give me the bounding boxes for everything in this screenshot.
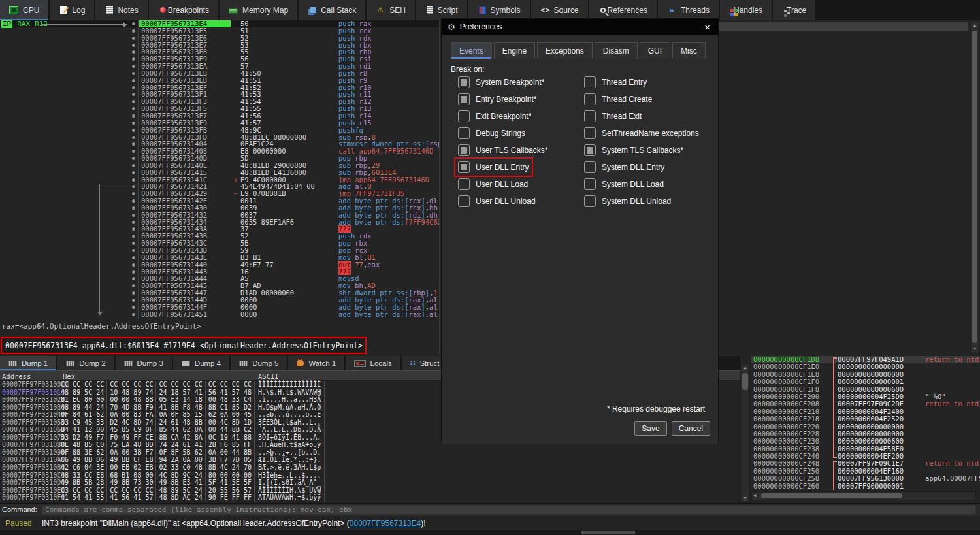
checkbox-row-debug-strings[interactable]: Debug Strings <box>458 127 525 139</box>
disasm-row[interactable]: 00007FF956731444A5movsd <box>0 275 439 282</box>
checkbox[interactable] <box>584 76 596 88</box>
disasm-row[interactable]: 00007FF95673142E0011add byte ptr ds:[rcx… <box>0 197 439 204</box>
disasm-row[interactable]: 00007FF95673140E48:81ED 29000000sub rbp,… <box>0 162 439 169</box>
disasm-row[interactable]: 00007FF956731429−E9 070B001Bjmp 7FF97173… <box>0 190 439 197</box>
disasm-row[interactable]: 00007FF9567314040FAE1C24stmxcsr dword pt… <box>0 140 439 148</box>
disasm-row[interactable]: 00007FF95673143D59pop rcx <box>0 247 439 254</box>
scroll-left-arrow[interactable]: ◀ <box>753 492 760 500</box>
disasm-row[interactable]: 00007FF9567313E753push rbx <box>0 42 439 49</box>
stack-row[interactable]: 00000000000CF1F00000000000000001 <box>751 378 980 385</box>
prefs-tab-engine[interactable]: Engine <box>494 42 535 59</box>
checkbox[interactable] <box>584 195 596 207</box>
prefs-tab-gui[interactable]: GUI <box>640 42 670 59</box>
prefs-tab-misc[interactable]: Misc <box>672 42 706 59</box>
tab-dump-1[interactable]: Dump 1 <box>0 356 56 370</box>
tab-references[interactable]: References <box>589 0 657 20</box>
close-icon[interactable]: × <box>702 22 712 33</box>
disasm-row[interactable]: 00007FF95673144D0000add byte ptr ds:[rax… <box>0 297 439 304</box>
tab-source[interactable]: <>Source <box>531 0 588 20</box>
disasm-row[interactable]: 00007FF9567313EB41:50push r8 <box>0 70 439 77</box>
dump-row[interactable]: 00007FF97F0310D049 8B 5B 2849 8B 73 3049… <box>0 479 740 487</box>
tab-symbols[interactable]: Symbols <box>468 0 530 20</box>
checkbox[interactable] <box>584 178 596 190</box>
checkbox-row-user-dll-load[interactable]: User DLL Load <box>458 178 528 190</box>
checkbox-row-entry-breakpoint[interactable]: Entry Breakpoint* <box>458 93 536 105</box>
disasm-row[interactable]: 00007FF9567313ED41:51push r9 <box>0 77 439 84</box>
scroll-down-arrow[interactable]: ▼ <box>741 494 749 502</box>
scrollbar-thumb[interactable] <box>742 373 748 390</box>
tab-notes[interactable]: Notes <box>95 0 147 20</box>
checkbox-row-system-tls-callbacks[interactable]: System TLS Callbacks* <box>584 144 683 156</box>
save-button[interactable]: Save <box>634 421 666 436</box>
tab-dump-5[interactable]: Dump 5 <box>231 356 287 370</box>
disasm-row[interactable]: 00007FF9567313EF41:52push r10 <box>0 84 439 91</box>
disasm-row[interactable]: 00007FF956731445B7 ADmov bh,AD <box>0 282 439 289</box>
disasm-row[interactable]: 00007FF95673143C5Bpop rbx <box>0 240 439 247</box>
command-input[interactable] <box>42 505 976 515</box>
checkbox[interactable] <box>458 161 470 173</box>
disasm-row[interactable]: 00007FF956731421454E49474D41:04 00add al… <box>0 183 439 190</box>
disasm-row[interactable]: 00007FF9567313F741:56push r14 <box>0 112 439 120</box>
disasm-row[interactable]: 00007FF9567313E652push rdx <box>0 35 439 42</box>
checkbox[interactable] <box>584 144 596 156</box>
registers-scrollbar[interactable]: ▲ ▼ <box>970 21 979 353</box>
disasm-row[interactable]: 00007FF9567313FD48:81EC 08000000sub rsp,… <box>0 134 439 141</box>
disasm-row[interactable]: 00007FF9567313F941:57push r15 <box>0 120 439 127</box>
disasm-row[interactable]: 00007FF95673143A37??? <box>0 225 439 233</box>
dump-row[interactable]: 00007FF97F0310B042 C6 04 3E00 EB 02 EB02… <box>0 464 740 472</box>
dump-row[interactable]: 00007FF97F0310900F 88 3E 620A 00 3B F70F… <box>0 449 740 457</box>
prefs-tab-disasm[interactable]: Disasm <box>595 42 638 59</box>
cancel-button[interactable]: Cancel <box>672 421 710 436</box>
checkbox[interactable] <box>458 93 470 105</box>
stack-row[interactable]: 00000000000CF25800007FF956130000app64.00… <box>751 475 980 482</box>
checkbox-row-user-dll-entry[interactable]: User DLL Entry <box>458 161 529 173</box>
dialog-title-bar[interactable]: ⚙ Preferences × <box>442 19 718 35</box>
disasm-row[interactable]: 00007FF95673141C∨E9 4C000000jmp app64.7F… <box>0 176 439 184</box>
address-link[interactable]: 00007FF9567313E4 <box>350 519 421 528</box>
prefs-tab-exceptions[interactable]: Exceptions <box>537 42 593 59</box>
disasm-row[interactable]: 00007FF95673144F0000add byte ptr ds:[rax… <box>0 304 439 311</box>
stack-row[interactable]: 00000000000CF21800000000004F2520 <box>751 415 980 423</box>
checkbox-row-system-dll-unload[interactable]: System DLL Unload <box>584 195 671 207</box>
tab-dump-3[interactable]: Dump 3 <box>116 356 172 370</box>
tab-handles[interactable]: Handles <box>720 0 772 20</box>
disasm-row[interactable]: 00007FF9567313F541:55push r13 <box>0 105 439 112</box>
disasm-row[interactable]: 00007FF9567313F341:54push r12 <box>0 98 439 105</box>
stack-row[interactable]: 00000000000CF26000007FF900000001 <box>751 483 980 490</box>
checkbox[interactable] <box>458 110 470 122</box>
checkbox[interactable] <box>458 76 470 88</box>
disasm-row[interactable]: 00007FF95673143B52push rdx <box>0 233 439 240</box>
checkbox-row-setthreadname-exceptions[interactable]: SetThreadName exceptions <box>584 127 699 139</box>
dump-row[interactable]: 00007FF97F0310F041 54 41 5541 56 41 5748… <box>0 494 740 502</box>
disasm-row[interactable]: 00007FF9567313EA57push rdi <box>0 63 439 70</box>
checkbox-row-system-dll-load[interactable]: System DLL Load <box>584 178 664 190</box>
checkbox-row-system-dll-entry[interactable]: System DLL Entry <box>584 161 664 173</box>
stack-row[interactable]: 00000000000CF2300000000000000600 <box>751 438 980 445</box>
tab-breakpoints[interactable]: Breakpoints <box>149 0 218 20</box>
checkbox[interactable] <box>584 127 596 139</box>
disassembly-panel[interactable]: 00007FF9567313E450push rax00007FF9567313… <box>0 20 439 319</box>
stack-horizontal-scrollbar[interactable]: ◀ <box>751 491 976 500</box>
checkbox[interactable] <box>584 161 596 173</box>
disasm-row[interactable]: 00007FF956731447D1AD 00000000shr dword p… <box>0 289 439 297</box>
disasm-row[interactable]: 00007FF9567314300039add byte ptr ds:[rcx… <box>0 204 439 212</box>
dump-row[interactable]: 00007FF97F0310E0C3 CC CC CCCC CC CC CC48… <box>0 487 740 494</box>
tab-dump-4[interactable]: Dump 4 <box>173 356 229 370</box>
checkbox[interactable] <box>584 93 596 105</box>
bottom-scrollbar-thumb[interactable] <box>581 531 635 534</box>
checkbox-row-user-dll-unload[interactable]: User DLL Unload <box>458 195 536 207</box>
disasm-row[interactable]: 00007FF9567314340035 89EF1AF6add byte pt… <box>0 219 439 226</box>
prefs-tab-events[interactable]: Events <box>451 42 492 59</box>
tab-log[interactable]: Log <box>50 0 94 20</box>
scroll-up-arrow[interactable]: ▲ <box>741 364 749 372</box>
tab-threads[interactable]: »Threads <box>658 0 719 20</box>
checkbox-row-thread-entry[interactable]: Thread Entry <box>584 76 647 88</box>
tab-dump-2[interactable]: Dump 2 <box>57 356 114 370</box>
scrollbar-thumb[interactable] <box>761 493 902 498</box>
checkbox[interactable] <box>458 195 470 207</box>
tab-memory-map[interactable]: Memory Map <box>220 0 297 20</box>
checkbox-row-exit-breakpoint[interactable]: Exit Breakpoint* <box>458 110 531 122</box>
disasm-row[interactable]: 00007FF9567313F141:53push r11 <box>0 91 439 98</box>
dump-row[interactable]: 00007FF97F0310C048 33 CC E868 B1 08 004C… <box>0 472 740 479</box>
disasm-row[interactable]: 00007FF9567313E855push rbp <box>0 48 439 56</box>
